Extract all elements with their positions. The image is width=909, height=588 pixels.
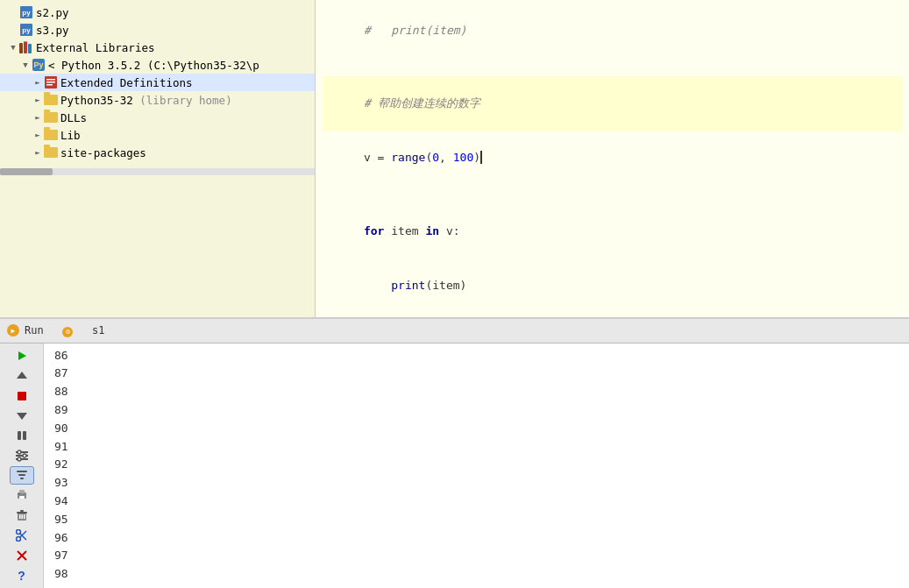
run-icon2: ⚙: [62, 327, 73, 337]
svg-rect-31: [19, 514, 21, 519]
sidebar-label-site-packages: site-packages: [60, 146, 146, 159]
sidebar-label-python352: < Python 3.5.2 (C:\Python35-32\p: [48, 59, 259, 72]
run-header: ▶ Run ⚙ s1: [0, 319, 909, 344]
sidebar-label-dlls: DLLs: [60, 111, 87, 124]
scissors-button[interactable]: [10, 527, 34, 545]
svg-marker-9: [18, 351, 26, 360]
sidebar-item-s2py[interactable]: py s2.py: [0, 4, 315, 21]
code-editor[interactable]: # print(item) # 帮助创建连续的数字 v = range(0, 1…: [316, 0, 909, 317]
sidebar-item-external-libs[interactable]: External Libraries: [0, 39, 315, 56]
run-body: ? 8687888990919293949596979899: [0, 344, 909, 588]
code-comment-2: # 帮助创建连续的数字: [364, 96, 480, 110]
svg-rect-4: [25, 41, 26, 42]
sidebar-item-python352[interactable]: Py < Python 3.5.2 (C:\Python35-32\p: [0, 56, 315, 74]
svg-rect-25: [19, 490, 25, 493]
ext-def-icon: [44, 75, 58, 89]
sidebar-label-ext-defs: Extended Definitions: [60, 76, 193, 89]
svg-rect-2: [28, 44, 32, 53]
filter-button[interactable]: [10, 466, 34, 485]
svg-rect-3: [20, 42, 22, 43]
folder-icon-dlls: [44, 110, 58, 124]
svg-rect-21: [17, 471, 27, 472]
svg-rect-7: [46, 81, 55, 83]
sidebar-label-python35-32: Python35-32 (library home): [60, 94, 232, 107]
code-line-1: # print(item): [323, 4, 902, 58]
svg-rect-27: [18, 493, 20, 494]
left-toolbar: ?: [0, 344, 44, 588]
output-line: 90: [54, 420, 898, 438]
play-button[interactable]: [10, 347, 34, 365]
sidebar-item-extended-defs[interactable]: Extended Definitions: [0, 74, 315, 91]
svg-rect-22: [18, 474, 25, 476]
file-py-icon-s3py: py: [19, 23, 33, 37]
svg-rect-11: [18, 392, 26, 400]
code-line-4: v = range(0, 100): [323, 131, 902, 186]
code-num-100: 100: [453, 151, 473, 164]
output-line: 88: [54, 383, 898, 401]
help-button[interactable]: ?: [10, 566, 34, 584]
folder-icon-lib: [44, 128, 58, 142]
svg-rect-0: [19, 43, 23, 53]
stop-button[interactable]: [10, 386, 34, 405]
sidebar-label-s3py: s3.py: [36, 24, 69, 37]
library-icon: [19, 40, 33, 54]
output-line: 93: [54, 474, 898, 492]
sidebar-item-lib[interactable]: Lib: [0, 126, 315, 144]
svg-rect-13: [18, 431, 21, 440]
output-area: 8687888990919293949596979899: [44, 344, 909, 588]
cursor: [480, 151, 489, 164]
output-line: 91: [54, 438, 898, 457]
svg-rect-26: [19, 496, 25, 499]
svg-point-20: [18, 457, 21, 461]
code-in: in: [425, 224, 439, 237]
sidebar-item-dlls[interactable]: DLLs: [0, 109, 315, 126]
svg-point-35: [16, 529, 20, 534]
sidebar-scroll-thumb: [0, 168, 53, 175]
trash-button[interactable]: [10, 507, 34, 525]
code-line-6: for item in v:: [323, 204, 902, 259]
print-button[interactable]: [10, 486, 34, 505]
folder-icon-python35-32: [44, 93, 58, 107]
sidebar-scrollbar[interactable]: [0, 168, 315, 175]
output-line: 95: [54, 511, 898, 529]
scroll-down-button[interactable]: [10, 407, 34, 425]
run-tab-name: s1: [92, 324, 104, 337]
svg-rect-6: [46, 79, 55, 81]
tree-arrow-python35-32: [32, 94, 44, 106]
svg-rect-8: [46, 84, 53, 86]
code-paren-close: ): [473, 151, 480, 164]
code-line-7: print(item): [323, 259, 902, 313]
svg-point-19: [23, 454, 26, 457]
close-button[interactable]: [10, 546, 34, 564]
output-line: 98: [54, 565, 898, 584]
rerun-button[interactable]: [10, 446, 34, 464]
sidebar-item-python35-32[interactable]: Python35-32 (library home): [0, 91, 315, 109]
scroll-up-button[interactable]: [10, 366, 34, 385]
sidebar-label-lib: Lib: [60, 129, 81, 142]
svg-point-34: [16, 536, 20, 541]
code-comma: ,: [439, 151, 453, 164]
code-range-func: range: [391, 151, 425, 164]
code-in-v: v:: [439, 224, 459, 237]
pause-button[interactable]: [10, 427, 34, 445]
sidebar-item-s3py[interactable]: py s3.py: [0, 21, 315, 39]
tree-arrow-dlls: [32, 111, 44, 124]
svg-rect-33: [24, 514, 25, 519]
output-line: 99: [54, 584, 898, 588]
run-panel: ▶ Run ⚙ s1: [0, 319, 909, 588]
svg-marker-12: [17, 413, 27, 420]
run-label: Run: [25, 324, 44, 337]
sidebar-item-site-packages[interactable]: site-packages: [0, 144, 315, 161]
code-comment-1: # print(item): [364, 24, 466, 37]
output-line: 97: [54, 547, 898, 565]
code-line-5: [323, 186, 902, 204]
code-line-2: [323, 58, 902, 76]
file-py-icon-s2py: py: [19, 5, 33, 19]
sidebar-label-ext-libs: External Libraries: [36, 41, 154, 54]
run-tab-icon: ▶: [7, 324, 19, 337]
python-icon: Py: [32, 58, 46, 72]
code-for: for: [364, 224, 384, 237]
svg-marker-10: [17, 372, 27, 379]
tree-arrow-python352: [19, 59, 32, 71]
sidebar-label-s2py: s2.py: [36, 6, 69, 19]
